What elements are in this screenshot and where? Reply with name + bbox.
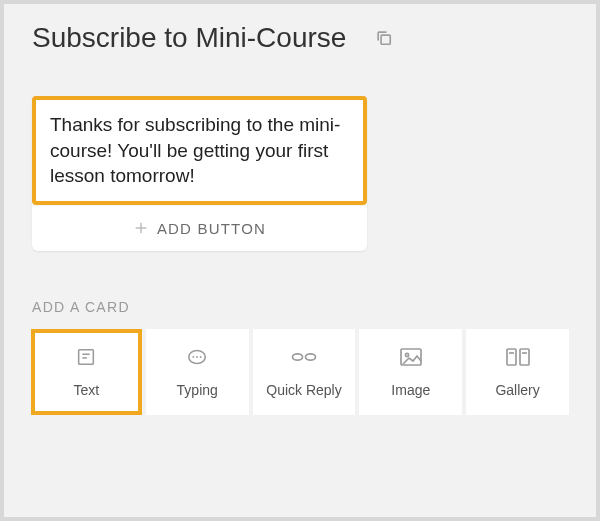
page-title: Subscribe to Mini-Course	[32, 22, 346, 54]
card-type-list: Text Typing Quick Reply	[31, 329, 569, 415]
svg-point-10	[292, 354, 302, 360]
add-button-label: ADD BUTTON	[157, 220, 266, 237]
svg-rect-15	[520, 349, 529, 365]
add-button[interactable]: ADD BUTTON	[32, 205, 367, 251]
card-type-gallery[interactable]: Gallery	[466, 329, 569, 415]
card-type-label: Image	[391, 382, 430, 398]
plus-icon	[133, 220, 149, 236]
message-card: Thanks for subscribing to the mini-cours…	[32, 96, 367, 251]
card-type-label: Quick Reply	[266, 382, 341, 398]
card-type-typing[interactable]: Typing	[146, 329, 249, 415]
svg-point-8	[196, 356, 198, 358]
add-card-label: ADD A CARD	[32, 299, 568, 315]
card-type-quick-reply[interactable]: Quick Reply	[253, 329, 356, 415]
svg-rect-14	[507, 349, 516, 365]
typing-icon	[186, 346, 208, 368]
card-type-label: Gallery	[495, 382, 539, 398]
quick-reply-icon	[291, 346, 317, 368]
card-type-label: Text	[74, 382, 100, 398]
copy-icon[interactable]	[374, 28, 394, 48]
card-type-image[interactable]: Image	[359, 329, 462, 415]
svg-rect-0	[381, 35, 390, 44]
svg-point-9	[200, 356, 202, 358]
title-row: Subscribe to Mini-Course	[32, 22, 568, 54]
gallery-icon	[505, 346, 531, 368]
card-type-label: Typing	[177, 382, 218, 398]
svg-point-13	[405, 353, 408, 356]
svg-point-11	[305, 354, 315, 360]
svg-point-7	[193, 356, 195, 358]
text-card-icon	[75, 346, 97, 368]
image-icon	[399, 346, 423, 368]
message-text[interactable]: Thanks for subscribing to the mini-cours…	[32, 96, 367, 205]
svg-rect-3	[79, 350, 94, 365]
card-type-text[interactable]: Text	[31, 329, 142, 415]
editor-canvas: Subscribe to Mini-Course Thanks for subs…	[4, 4, 596, 517]
